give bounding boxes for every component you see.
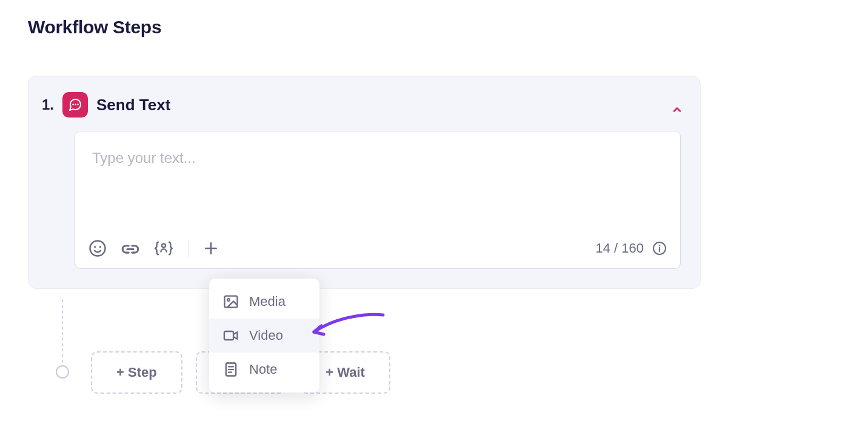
- popover-item-label: Video: [249, 328, 283, 343]
- svg-point-4: [94, 246, 96, 248]
- workflow-step-card: 1. Send Text: [28, 76, 701, 289]
- link-icon: [120, 239, 141, 257]
- popover-item-label: Media: [249, 294, 285, 310]
- popover-item-note[interactable]: Note: [209, 353, 319, 386]
- message-textarea[interactable]: [75, 131, 680, 228]
- svg-rect-13: [225, 296, 238, 308]
- collapse-button[interactable]: [671, 104, 683, 118]
- popover-item-label: Note: [249, 362, 277, 377]
- svg-point-5: [99, 246, 101, 248]
- svg-point-1: [75, 104, 76, 105]
- svg-point-3: [90, 241, 105, 256]
- image-icon: [222, 293, 239, 310]
- connector-line: [62, 300, 63, 369]
- variable-button[interactable]: [154, 239, 173, 257]
- page-title: Workflow Steps: [28, 17, 161, 38]
- svg-rect-15: [224, 331, 233, 340]
- text-editor: 14 / 160: [75, 131, 681, 269]
- chat-icon: [62, 92, 88, 118]
- char-count-wrap: 14 / 160: [595, 240, 667, 256]
- step-title: Send Text: [96, 96, 170, 114]
- info-icon: [652, 241, 667, 256]
- popover-item-media[interactable]: Media: [209, 285, 319, 319]
- popover-item-video[interactable]: Video: [209, 319, 319, 353]
- info-button[interactable]: [652, 241, 667, 256]
- plus-icon: [203, 240, 219, 256]
- step-header: 1. Send Text: [41, 92, 681, 118]
- video-icon: [222, 327, 239, 344]
- svg-point-2: [77, 104, 78, 105]
- char-count: 14 / 160: [595, 240, 644, 256]
- add-step-button[interactable]: + Step: [91, 351, 182, 394]
- svg-point-7: [162, 243, 165, 247]
- svg-point-0: [72, 104, 73, 105]
- editor-toolbar: 14 / 160: [75, 231, 680, 268]
- variable-icon: [154, 239, 173, 257]
- svg-point-14: [227, 299, 230, 301]
- emoji-button[interactable]: [88, 239, 107, 257]
- svg-point-12: [659, 245, 661, 247]
- toolbar-divider: [188, 240, 189, 257]
- link-button[interactable]: [120, 239, 141, 257]
- add-button[interactable]: [203, 240, 219, 256]
- step-number: 1.: [42, 96, 54, 113]
- emoji-icon: [88, 239, 107, 257]
- connector-node: [56, 365, 69, 379]
- attachment-popover: Media Video Note: [209, 279, 319, 393]
- note-icon: [222, 361, 239, 378]
